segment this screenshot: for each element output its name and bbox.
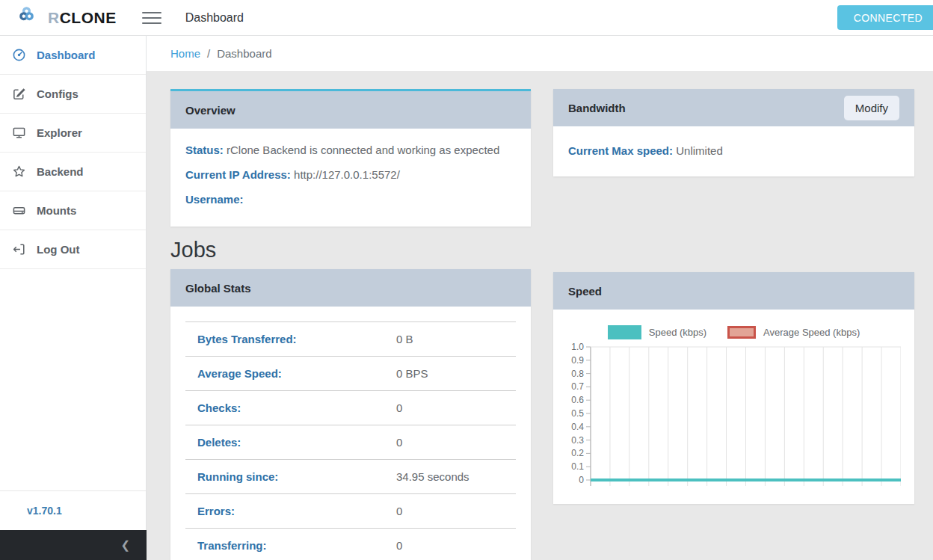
svg-text:0.7: 0.7 [571, 381, 584, 392]
status-row: Status: rClone Backend is connected and … [185, 144, 516, 156]
svg-text:0.4: 0.4 [571, 422, 584, 432]
rclone-webui-app: RCLONE Dashboard CONNECTED Dashboard Con… [0, 0, 933, 560]
svg-text:0: 0 [579, 475, 584, 485]
monitor-icon [12, 126, 26, 140]
speed-card-title: Speed [568, 285, 602, 298]
global-stats-table: Bytes Transferred: 0 B Average Speed: 0 … [185, 321, 516, 560]
overview-card-header: Overview [170, 91, 531, 129]
stats-row-errors: Errors: 0 [185, 494, 516, 529]
dashboard-gauge-icon [12, 48, 26, 62]
drive-icon [12, 203, 26, 218]
speed-legend-label: Speed (kbps) [649, 327, 706, 338]
sidebar-item-dashboard[interactable]: Dashboard [0, 36, 146, 75]
max-speed-row: Current Max speed: Unlimited [568, 144, 899, 157]
top-header: RCLONE Dashboard CONNECTED [0, 0, 933, 36]
breadcrumb: Home / Dashboard [147, 36, 933, 71]
version-link[interactable]: v1.70.1 [27, 505, 62, 517]
ip-address-row: Current IP Address: http://127.0.0.1:557… [185, 168, 516, 181]
breadcrumb-home-link[interactable]: Home [170, 47, 200, 60]
overview-card-body: Status: rClone Backend is connected and … [170, 129, 531, 227]
global-stats-body: Bytes Transferred: 0 B Average Speed: 0 … [170, 307, 531, 560]
speed-legend-swatch [608, 325, 641, 339]
sidebar: Dashboard Configs Explorer [0, 36, 147, 560]
global-stats-card-header: Global Stats [170, 269, 531, 307]
svg-text:0.1: 0.1 [571, 461, 584, 472]
stats-row-average-speed: Average Speed: 0 BPS [185, 357, 516, 391]
logo-text: RCLONE [48, 9, 117, 27]
sign-out-icon [12, 242, 26, 256]
stats-row-bytes-transferred: Bytes Transferred: 0 B [185, 322, 516, 357]
breadcrumb-current: Dashboard [217, 47, 271, 60]
sidebar-item-label: Explorer [37, 126, 82, 139]
speed-card-header: Speed [553, 272, 914, 310]
overview-card-title: Overview [185, 104, 235, 117]
sidebar-item-configs[interactable]: Configs [0, 75, 146, 114]
collapse-chevron-icon: ❮ [120, 538, 130, 552]
sidebar-collapse-bar[interactable]: ❮ [0, 530, 147, 560]
sidebar-item-label: Backend [37, 165, 84, 178]
version-box: v1.70.1 [0, 490, 146, 530]
sidebar-item-label: Configs [37, 87, 78, 100]
rclone-logo[interactable]: RCLONE [19, 7, 117, 29]
bandwidth-card: Bandwidth Modify Current Max speed: Unli… [553, 89, 914, 176]
svg-text:0.3: 0.3 [571, 435, 584, 446]
sidebar-item-logout[interactable]: Log Out [0, 230, 146, 269]
breadcrumb-separator: / [207, 47, 210, 60]
star-icon [12, 164, 26, 179]
bandwidth-card-body: Current Max speed: Unlimited [553, 126, 914, 176]
page-title: Dashboard [185, 11, 244, 25]
svg-text:0.6: 0.6 [571, 395, 584, 405]
left-column: Overview Status: rClone Backend is conne… [170, 89, 531, 560]
chart-legend: Speed (kbps) Average Speed (kbps) [567, 324, 901, 339]
stats-row-deletes: Deletes: 0 [185, 425, 516, 460]
sidebar-item-label: Log Out [37, 243, 79, 256]
speed-chart: 1.00.90.80.70.60.50.40.30.20.10 [567, 339, 901, 490]
main-area: Home / Dashboard Overview Status: rClone… [147, 36, 933, 560]
speed-card-body: Speed (kbps) Average Speed (kbps) 1.00.9… [553, 310, 914, 504]
average-speed-legend-label: Average Speed (kbps) [763, 327, 860, 338]
edit-icon [12, 87, 26, 101]
global-stats-card-title: Global Stats [185, 282, 251, 295]
sidebar-item-backend[interactable]: Backend [0, 153, 146, 191]
stats-row-checks: Checks: 0 [185, 391, 516, 425]
dashboard-content: Overview Status: rClone Backend is conne… [147, 71, 933, 560]
average-speed-legend-swatch [727, 326, 756, 339]
overview-card: Overview Status: rClone Backend is conne… [170, 89, 531, 227]
svg-text:0.2: 0.2 [571, 448, 584, 458]
svg-text:0.9: 0.9 [571, 355, 584, 366]
speed-card: Speed Speed (kbps) Average Speed (kbps) … [553, 272, 914, 504]
sidebar-item-mounts[interactable]: Mounts [0, 191, 146, 230]
svg-text:1.0: 1.0 [571, 342, 584, 352]
connected-status-button[interactable]: CONNECTED [837, 5, 933, 30]
sidebar-item-label: Dashboard [37, 49, 95, 61]
menu-toggle-icon[interactable] [142, 12, 161, 24]
sidebar-item-explorer[interactable]: Explorer [0, 114, 146, 153]
stats-row-running-since: Running since: 34.95 seconds [185, 460, 516, 494]
stats-row-transferring: Transferring: 0 [185, 529, 516, 560]
bandwidth-card-title: Bandwidth [568, 102, 626, 114]
bandwidth-card-header: Bandwidth Modify [553, 89, 914, 126]
modify-bandwidth-button[interactable]: Modify [844, 96, 899, 120]
rclone-logo-icon [19, 7, 42, 29]
jobs-section-heading: Jobs [170, 238, 531, 262]
sidebar-item-label: Mounts [37, 204, 76, 217]
svg-text:0.8: 0.8 [571, 369, 584, 379]
svg-text:0.5: 0.5 [571, 408, 584, 419]
username-row: Username: [185, 193, 516, 206]
global-stats-card: Global Stats Bytes Transferred: 0 B Aver… [170, 269, 531, 560]
right-column: Bandwidth Modify Current Max speed: Unli… [553, 89, 914, 560]
